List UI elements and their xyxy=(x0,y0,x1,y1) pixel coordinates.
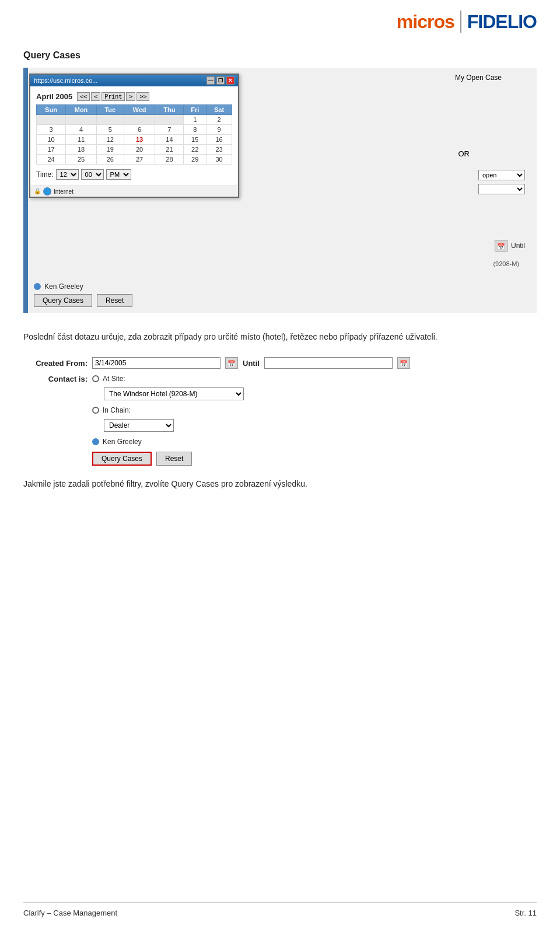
cal-day-empty xyxy=(155,115,184,125)
week-row: 24 25 26 27 28 29 30 xyxy=(37,155,232,165)
cal-day-28[interactable]: 28 xyxy=(155,155,184,165)
footer: Clarify – Case Management Str. 11 xyxy=(23,902,537,917)
cal-day-18[interactable]: 18 xyxy=(66,145,97,155)
ie-url: https://usc.micros.co... xyxy=(34,77,97,84)
cal-day-22[interactable]: 22 xyxy=(184,145,206,155)
nav-prev[interactable]: < xyxy=(91,92,100,101)
week-row: 17 18 19 20 21 22 23 xyxy=(37,145,232,155)
time-ampm-select[interactable]: PM xyxy=(106,169,131,180)
action-buttons: Query Cases Reset xyxy=(34,294,132,307)
cal-day-16[interactable]: 16 xyxy=(206,135,232,145)
reset-button-screenshot[interactable]: Reset xyxy=(97,294,132,307)
site-select[interactable]: The Windsor Hotel (9208-M) xyxy=(104,387,244,400)
cal-day-24[interactable]: 24 xyxy=(37,155,66,165)
chain-select[interactable]: Dealer xyxy=(104,419,174,432)
week-row: 10 11 12 13 14 15 16 xyxy=(37,135,232,145)
globe-icon: 🌐 xyxy=(43,187,51,195)
ken-greeley-radio[interactable] xyxy=(34,283,41,290)
cal-day-11[interactable]: 11 xyxy=(66,135,97,145)
contact-options: At Site: The Windsor Hotel (9208-M) In C… xyxy=(92,375,244,466)
time-min-select[interactable]: 00 xyxy=(81,169,104,180)
cal-day-4[interactable]: 4 xyxy=(66,125,97,135)
time-hour-select[interactable]: 12 xyxy=(56,169,79,180)
query-cases-button-screenshot[interactable]: Query Cases xyxy=(34,294,92,307)
at-site-label: At Site: xyxy=(103,375,125,383)
nav-first[interactable]: << xyxy=(77,92,90,101)
ken-greeley-form-radio[interactable] xyxy=(92,438,99,445)
contact-is-row: Contact is: At Site: The Windsor Hotel (… xyxy=(23,375,537,466)
cal-day-29[interactable]: 29 xyxy=(184,155,206,165)
cal-day-2[interactable]: 2 xyxy=(206,115,232,125)
logo: micros FIDELIO xyxy=(397,11,537,33)
cal-day-14[interactable]: 14 xyxy=(155,135,184,145)
cal-icon-until-form[interactable]: 📅 xyxy=(397,357,410,369)
until-label-form: Until xyxy=(243,359,260,368)
cal-day-6[interactable]: 6 xyxy=(124,125,155,135)
cal-day-27[interactable]: 27 xyxy=(124,155,155,165)
cal-day-13[interactable]: 13 xyxy=(124,135,155,145)
cal-day-17[interactable]: 17 xyxy=(37,145,66,155)
cal-day-15[interactable]: 15 xyxy=(184,135,206,145)
my-open-case-label: My Open Case xyxy=(455,74,502,82)
col-tue: Tue xyxy=(97,105,124,115)
created-from-row: Created From: 📅 Until 📅 xyxy=(23,357,537,369)
cal-time-row: Time: 12 00 PM xyxy=(36,169,232,180)
query-cases-button-form[interactable]: Query Cases xyxy=(92,452,152,466)
paragraph2: Jakmile jste zadali potřebné filtry, zvo… xyxy=(23,477,537,490)
open-dropdown[interactable]: open xyxy=(478,170,525,180)
cal-day-30[interactable]: 30 xyxy=(206,155,232,165)
ken-greeley-radio-row: Ken Greeley xyxy=(34,282,132,291)
ie-statusbar: 🔒 🌐 Internet xyxy=(30,186,238,197)
until-label-right: Until xyxy=(511,242,525,250)
contact-is-label: Contact is: xyxy=(23,375,88,383)
in-chain-radio[interactable] xyxy=(92,407,99,414)
in-chain-row: In Chain: xyxy=(92,406,244,414)
week-row: 1 2 xyxy=(37,115,232,125)
nav-print[interactable]: Print xyxy=(102,92,125,101)
time-label: Time: xyxy=(36,170,54,179)
main-content: Query Cases My Open Case OR open xyxy=(0,39,560,526)
nav-last[interactable]: >> xyxy=(136,92,149,101)
cal-day-9[interactable]: 9 xyxy=(206,125,232,135)
cal-day-7[interactable]: 7 xyxy=(155,125,184,135)
cal-icon-until[interactable]: 📅 xyxy=(495,240,508,252)
cal-day-21[interactable]: 21 xyxy=(155,145,184,155)
cal-day-19[interactable]: 19 xyxy=(97,145,124,155)
screenshot-area: My Open Case OR open 📅 Unti xyxy=(23,68,537,313)
ie-minimize[interactable]: — xyxy=(206,76,215,85)
ie-titlebar: https://usc.micros.co... — ❐ ✕ xyxy=(30,75,238,86)
at-site-radio[interactable] xyxy=(92,375,99,382)
status-bar-text: Internet xyxy=(54,188,74,195)
cal-icon-from[interactable]: 📅 xyxy=(225,357,238,369)
or-label: OR xyxy=(459,149,470,158)
ken-greeley-form-row: Ken Greeley xyxy=(92,438,244,446)
below-calendar-area: Ken Greeley Query Cases Reset xyxy=(34,282,132,307)
section1-title: Query Cases xyxy=(23,50,537,61)
logo-micros: micros xyxy=(397,11,454,33)
cal-day-20[interactable]: 20 xyxy=(124,145,155,155)
cal-day-3[interactable]: 3 xyxy=(37,125,66,135)
ie-close[interactable]: ✕ xyxy=(226,76,235,85)
until-input[interactable] xyxy=(264,357,393,369)
cal-day-23[interactable]: 23 xyxy=(206,145,232,155)
cal-grid: Sun Mon Tue Wed Thu Fri Sat xyxy=(36,104,232,165)
created-from-input[interactable] xyxy=(92,357,220,369)
cal-day-empty xyxy=(97,115,124,125)
ie-restore[interactable]: ❐ xyxy=(216,76,225,85)
cal-day-8[interactable]: 8 xyxy=(184,125,206,135)
nav-next[interactable]: > xyxy=(126,92,135,101)
cal-day-25[interactable]: 25 xyxy=(66,155,97,165)
col-mon: Mon xyxy=(66,105,97,115)
empty-dropdown[interactable] xyxy=(478,184,525,194)
cal-day-26[interactable]: 26 xyxy=(97,155,124,165)
reset-button-form[interactable]: Reset xyxy=(156,452,192,466)
header: micros FIDELIO xyxy=(0,0,560,39)
at-site-row: At Site: xyxy=(92,375,244,383)
dropdown-row1: open xyxy=(478,170,525,180)
cal-day-5[interactable]: 5 xyxy=(97,125,124,135)
cal-day-12[interactable]: 12 xyxy=(97,135,124,145)
ie-window: https://usc.micros.co... — ❐ ✕ April 200… xyxy=(29,74,239,198)
cal-day-10[interactable]: 10 xyxy=(37,135,66,145)
cal-day-1[interactable]: 1 xyxy=(184,115,206,125)
footer-right: Str. 11 xyxy=(514,909,537,917)
